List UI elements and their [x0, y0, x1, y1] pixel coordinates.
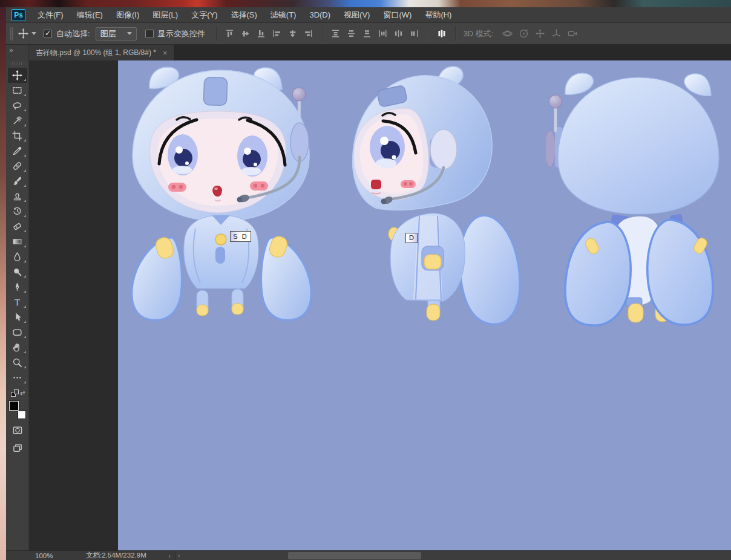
status-expand-icon[interactable]: › [168, 552, 171, 559]
3d-camera-button[interactable] [565, 26, 581, 42]
status-info-area: 100% 文档:2.54M/232.9M › [6, 551, 175, 560]
document-tab-title: 吉祥物.psd @ 100% (组 1, RGB/8#) * [36, 48, 156, 58]
menu-help[interactable]: 帮助(H) [418, 7, 458, 22]
menu-image[interactable]: 图像(I) [110, 7, 146, 22]
swap-colors-control[interactable]: ⇄ [10, 389, 25, 399]
tool-rectangular-marquee[interactable] [8, 83, 27, 98]
separator [455, 26, 456, 41]
tool-clone-stamp[interactable] [8, 189, 27, 204]
tool-pen[interactable] [8, 279, 27, 295]
svg-text:T: T [15, 298, 20, 307]
menu-3d[interactable]: 3D(D) [303, 7, 337, 22]
scroll-left-icon[interactable]: ‹ [178, 552, 180, 559]
mascot-side-view [348, 63, 533, 330]
mascot-front-view [129, 65, 314, 329]
align-vertical-centers-button[interactable] [238, 26, 254, 42]
3d-mode-label: 3D 模式: [464, 28, 494, 39]
move-tool-icon [18, 28, 28, 39]
toolbar-collapse-button[interactable]: » [6, 45, 29, 60]
auto-select-label: 自动选择: [56, 28, 90, 39]
document-tab-bar: » 吉祥物.psd @ 100% (组 1, RGB/8#) * × [6, 45, 731, 60]
photoshop-window: Ps 文件(F) 编辑(E) 图像(I) 图层(L) 文字(Y) 选择(S) 滤… [6, 7, 731, 560]
document-size-info: 文档:2.54M/232.9M [86, 551, 146, 560]
distribute-bottom-edges-button[interactable] [359, 26, 375, 42]
menu-window[interactable]: 窗口(W) [376, 7, 418, 22]
mascot-back-view [546, 67, 731, 330]
tool-spot-healing-brush[interactable] [8, 158, 27, 174]
chevron-down-icon [127, 32, 132, 35]
chest-badge-front: S D [230, 231, 251, 242]
background-color-swatch[interactable] [18, 411, 26, 419]
horizontal-scrollbar-thumb[interactable] [288, 552, 421, 559]
distribute-spacing-button[interactable] [434, 26, 450, 42]
distribute-vertical-centers-button[interactable] [344, 26, 359, 42]
align-left-edges-button[interactable] [269, 26, 285, 42]
desktop-wallpaper-top-strip [0, 0, 731, 7]
tool-rounded-rectangle[interactable] [8, 325, 27, 340]
tool-magic-wand[interactable] [8, 113, 27, 128]
tool-crop[interactable] [8, 128, 27, 143]
menu-file[interactable]: 文件(F) [31, 7, 70, 22]
screen-mode-button[interactable] [8, 441, 27, 455]
3d-roll-button[interactable] [516, 26, 532, 42]
zoom-level-field[interactable]: 100% [35, 552, 71, 559]
menu-filter[interactable]: 滤镜(T) [264, 7, 303, 22]
tab-close-icon[interactable]: × [163, 49, 168, 57]
align-top-edges-button[interactable] [222, 26, 238, 42]
tool-options-bar: 自动选择: 图层 显示变换控件 3D 模式: [6, 23, 731, 45]
tools-panel-grip[interactable] [12, 62, 23, 65]
foreground-color-swatch[interactable] [9, 401, 19, 411]
document-tab[interactable]: 吉祥物.psd @ 100% (组 1, RGB/8#) * × [29, 45, 175, 60]
tool-history-brush[interactable] [8, 204, 27, 219]
chevron-down-icon [31, 32, 36, 35]
auto-select-checkbox[interactable] [44, 30, 52, 38]
current-tool-button[interactable] [18, 28, 36, 39]
main-area: T ⇄ [6, 60, 731, 550]
tool-path-selection[interactable] [8, 310, 27, 325]
menu-view[interactable]: 视图(V) [337, 7, 376, 22]
3d-pan-button[interactable] [532, 26, 548, 42]
separator [322, 26, 323, 41]
tool-edit-toolbar[interactable] [8, 370, 27, 385]
pasteboard[interactable] [29, 60, 118, 550]
menu-type[interactable]: 文字(Y) [185, 7, 224, 22]
auto-select-target-value: 图层 [100, 28, 116, 39]
separator [216, 26, 217, 41]
align-horizontal-centers-button[interactable] [285, 26, 301, 42]
distribute-top-edges-button[interactable] [328, 26, 344, 42]
tool-gradient[interactable] [8, 234, 27, 249]
tool-eyedropper[interactable] [8, 143, 27, 158]
align-bottom-edges-button[interactable] [254, 26, 269, 42]
show-transform-label: 显示变换控件 [158, 28, 205, 39]
document-canvas[interactable]: S D D [118, 60, 731, 550]
align-right-edges-button[interactable] [301, 26, 316, 42]
distribute-right-edges-button[interactable] [407, 26, 422, 42]
distribute-horizontal-centers-button[interactable] [391, 26, 407, 42]
tool-lasso[interactable] [8, 98, 27, 113]
tool-dodge[interactable] [8, 264, 27, 279]
distribute-left-edges-button[interactable] [375, 26, 391, 42]
show-transform-checkbox[interactable] [145, 30, 154, 38]
menu-select[interactable]: 选择(S) [224, 7, 263, 22]
desktop-wallpaper-left-strip [0, 7, 6, 560]
tools-panel: T ⇄ [6, 60, 29, 550]
default-colors-back-icon [14, 389, 19, 394]
separator [428, 26, 428, 41]
tool-move[interactable] [8, 68, 27, 83]
tool-zoom[interactable] [8, 355, 27, 370]
3d-orbit-button[interactable] [499, 26, 516, 42]
foreground-background-colors[interactable] [8, 401, 27, 419]
auto-select-target-dropdown[interactable]: 图层 [96, 27, 137, 41]
3d-slide-button[interactable] [548, 26, 565, 42]
horizontal-scrollbar[interactable]: ‹ [175, 551, 731, 560]
quick-mask-mode-button[interactable] [8, 423, 27, 437]
tool-eraser[interactable] [8, 219, 27, 234]
menu-edit[interactable]: 编辑(E) [70, 7, 110, 22]
tool-hand[interactable] [8, 340, 27, 355]
swap-arrows-icon: ⇄ [20, 389, 25, 397]
tool-type[interactable]: T [8, 295, 27, 310]
tool-brush[interactable] [8, 174, 27, 189]
menu-layer[interactable]: 图层(L) [146, 7, 185, 22]
tool-blur[interactable] [8, 249, 27, 264]
photoshop-logo-icon[interactable]: Ps [11, 9, 25, 21]
